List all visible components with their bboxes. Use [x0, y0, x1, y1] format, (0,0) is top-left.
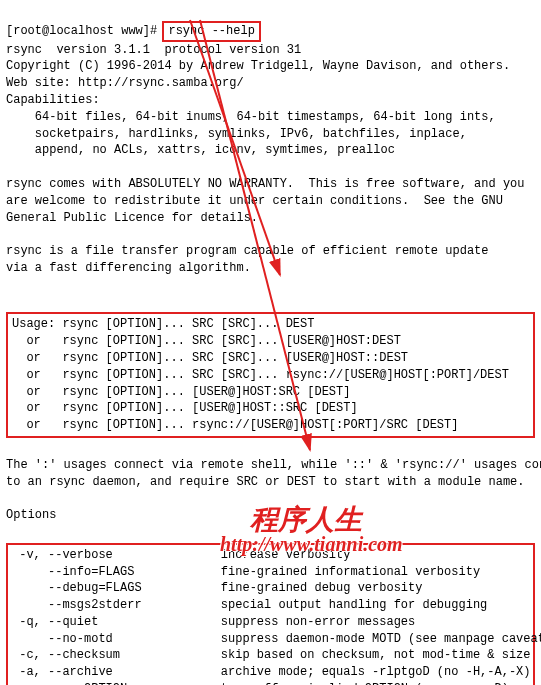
output-line: are welcome to redistribute it under cer… [6, 193, 535, 210]
post-usage-block: The ':' usages connect via remote shell,… [6, 457, 535, 524]
option-line: -q, --quiet suppress non-error messages [12, 614, 529, 631]
usage-highlight-box: Usage: rsync [OPTION]... SRC [SRC]... DE… [6, 312, 535, 438]
usage-line: or rsync [OPTION]... [USER@]HOST::SRC [D… [12, 400, 529, 417]
output-line [6, 277, 535, 294]
output-line: Options [6, 507, 535, 524]
output-line: General Public Licence for details. [6, 210, 535, 227]
options-highlight-box: -v, --verbose increase verbosity --info=… [6, 543, 535, 685]
usage-line: or rsync [OPTION]... [USER@]HOST:SRC [DE… [12, 384, 529, 401]
option-line: --msgs2stderr special output handling fo… [12, 597, 529, 614]
usage-line: or rsync [OPTION]... SRC [SRC]... [USER@… [12, 333, 529, 350]
usage-line: Usage: rsync [OPTION]... SRC [SRC]... DE… [12, 316, 529, 333]
output-line: Copyright (C) 1996-2014 by Andrew Tridge… [6, 58, 535, 75]
output-line [6, 159, 535, 176]
shell-prompt: [root@localhost www]# [6, 24, 164, 38]
command-highlight: rsync --help [162, 21, 260, 42]
option-line: -a, --archive archive mode; equals -rlpt… [12, 664, 529, 681]
option-line: --no-motd suppress daemon-mode MOTD (see… [12, 631, 529, 648]
output-line [6, 226, 535, 243]
output-line: Capabilities: [6, 92, 535, 109]
command-text: rsync --help [168, 24, 254, 38]
output-line [6, 490, 535, 507]
terminal-output: [root@localhost www]# rsync --help rsync… [0, 0, 541, 685]
output-line: via a fast differencing algorithm. [6, 260, 535, 277]
option-line: --no-OPTION turn off an implied OPTION (… [12, 681, 529, 685]
output-line: rsync comes with ABSOLUTELY NO WARRANTY.… [6, 176, 535, 193]
output-line: socketpairs, hardlinks, symlinks, IPv6, … [6, 126, 535, 143]
output-line: rsync is a file transfer program capable… [6, 243, 535, 260]
usage-line: or rsync [OPTION]... SRC [SRC]... rsync:… [12, 367, 529, 384]
option-line: -c, --checksum skip based on checksum, n… [12, 647, 529, 664]
output-line: append, no ACLs, xattrs, iconv, symtimes… [6, 142, 535, 159]
option-line: --debug=FLAGS fine-grained debug verbosi… [12, 580, 529, 597]
option-line: -v, --verbose increase verbosity [12, 547, 529, 564]
output-line: Web site: http://rsync.samba.org/ [6, 75, 535, 92]
option-line: --info=FLAGS fine-grained informational … [12, 564, 529, 581]
usage-line: or rsync [OPTION]... SRC [SRC]... [USER@… [12, 350, 529, 367]
output-line: rsync version 3.1.1 protocol version 31 [6, 42, 535, 59]
output-line: 64-bit files, 64-bit inums, 64-bit times… [6, 109, 535, 126]
output-line: to an rsync daemon, and require SRC or D… [6, 474, 535, 491]
output-line: The ':' usages connect via remote shell,… [6, 457, 535, 474]
usage-line: or rsync [OPTION]... rsync://[USER@]HOST… [12, 417, 529, 434]
header-block: rsync version 3.1.1 protocol version 31C… [6, 42, 535, 294]
